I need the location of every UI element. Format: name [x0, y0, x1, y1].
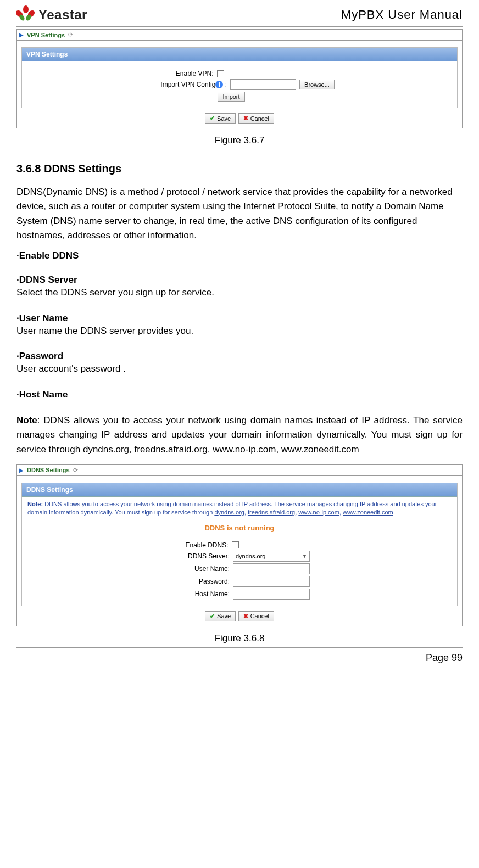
ddns-panel: DDNS Settings Note: DDNS allows you to a… — [21, 483, 458, 606]
close-icon: ✖ — [243, 115, 248, 122]
cancel-button[interactable]: ✖Cancel — [238, 113, 274, 124]
desc-ddns-server: Select the DDNS server you sign up for s… — [16, 285, 463, 300]
note-label: Note — [16, 415, 37, 425]
brand-name: Yeastar — [38, 7, 87, 23]
panel-title: VPN Settings — [22, 48, 457, 61]
breadcrumb-label: DDNS Settings — [27, 467, 70, 473]
password-label: Password: — [169, 578, 230, 585]
term-host-name: ·Host Name — [16, 389, 463, 400]
check-icon: ✔ — [210, 613, 215, 620]
link-zoneedit[interactable]: www.zoneedit.com — [343, 509, 393, 516]
logo-icon — [16, 5, 35, 24]
page-footer: Page 99 — [16, 647, 463, 666]
note-paragraph: Note: DDNS allows you to access your net… — [16, 413, 463, 457]
enable-vpn-checkbox[interactable] — [217, 70, 224, 77]
hostname-input[interactable] — [233, 589, 310, 600]
ddns-status: DDNS is not running — [22, 520, 457, 533]
hostname-label: Host Name: — [169, 590, 230, 598]
ddns-server-label: DDNS Server: — [169, 552, 230, 560]
document-title: MyPBX User Manual — [341, 8, 463, 22]
link-noip[interactable]: www.no-ip.com — [298, 509, 339, 516]
desc-password: User account's password . — [16, 362, 463, 376]
panel-note: Note: DDNS allows you to access your net… — [22, 497, 457, 520]
cancel-button[interactable]: ✖Cancel — [238, 611, 274, 621]
username-label: User Name: — [169, 565, 230, 573]
vpn-panel: VPN Settings Enable VPN: Import VPN Conf… — [21, 47, 458, 108]
enable-vpn-label: Enable VPN: — [131, 70, 214, 77]
password-input[interactable] — [233, 576, 310, 587]
section-heading: 3.6.8 DDNS Settings — [16, 163, 463, 175]
desc-user-name: User name the DDNS server provides you. — [16, 324, 463, 338]
info-icon[interactable]: i — [215, 81, 223, 88]
ddns-settings-screenshot: ▶ DDNS Settings ⟳ DDNS Settings Note: DD… — [16, 464, 463, 626]
breadcrumb-label: VPN Settings — [27, 32, 65, 38]
enable-ddns-label: Enable DDNS: — [168, 541, 229, 549]
save-button[interactable]: ✔Save — [205, 611, 236, 621]
close-icon: ✖ — [243, 613, 248, 620]
page-header: Yeastar MyPBX User Manual — [16, 5, 463, 27]
browse-button[interactable]: Browse... — [299, 80, 335, 89]
import-config-label: Import VPN Configi : — [144, 81, 227, 89]
refresh-icon[interactable]: ⟳ — [73, 467, 78, 474]
chevron-right-icon: ▶ — [19, 32, 24, 38]
breadcrumb: ▶ DDNS Settings ⟳ — [17, 465, 462, 476]
term-enable-ddns: ·Enable DDNS — [16, 250, 463, 261]
page-number: Page 99 — [426, 652, 463, 663]
term-password: ·Password — [16, 351, 463, 362]
import-button[interactable]: Import — [218, 92, 244, 102]
enable-ddns-checkbox[interactable] — [232, 541, 239, 548]
import-config-input[interactable] — [230, 79, 296, 90]
check-icon: ✔ — [210, 115, 215, 122]
chevron-down-icon: ▼ — [302, 553, 307, 559]
link-freedns[interactable]: freedns.afraid.org — [248, 509, 295, 516]
brand-logo: Yeastar — [16, 5, 87, 24]
link-dyndns[interactable]: dyndns.org — [214, 509, 244, 516]
vpn-settings-screenshot: ▶ VPN Settings ⟳ VPN Settings Enable VPN… — [16, 29, 463, 128]
term-ddns-server: ·DDNS Server — [16, 275, 463, 285]
refresh-icon[interactable]: ⟳ — [68, 31, 73, 38]
figure-caption: Figure 3.6.7 — [16, 135, 463, 146]
save-button[interactable]: ✔Save — [205, 113, 236, 124]
username-input[interactable] — [233, 563, 310, 574]
intro-paragraph: DDNS(Dynamic DNS) is a method / protocol… — [16, 185, 463, 243]
ddns-server-select[interactable]: dyndns.org▼ — [233, 551, 310, 562]
breadcrumb: ▶ VPN Settings ⟳ — [17, 30, 462, 41]
term-user-name: ·User Name — [16, 313, 463, 324]
chevron-right-icon: ▶ — [19, 467, 24, 473]
figure-caption: Figure 3.6.8 — [16, 633, 463, 644]
panel-title: DDNS Settings — [22, 483, 457, 497]
